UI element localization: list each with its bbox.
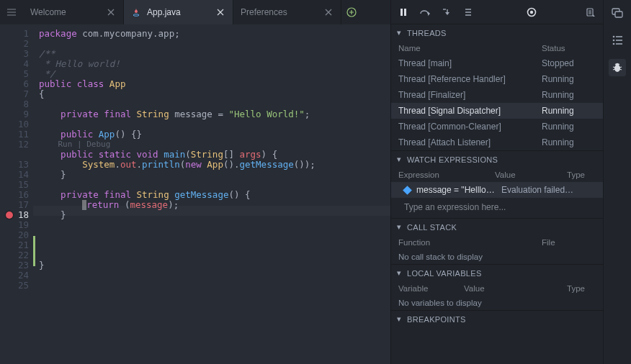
threads-columns: Name Status <box>391 41 603 55</box>
step-out-icon[interactable] <box>462 6 475 19</box>
codelens-run[interactable]: Run <box>58 140 73 149</box>
svg-point-11 <box>613 40 615 42</box>
tab-preferences[interactable]: Preferences <box>233 0 341 24</box>
activity-bar <box>603 0 631 364</box>
watch-expression-row[interactable]: message = "Helllo … Evaluation failed… <box>391 182 603 198</box>
line-gutter: 1234567891011121314151617181920212223242… <box>0 24 33 364</box>
close-icon[interactable] <box>215 7 225 17</box>
list-icon[interactable] <box>609 32 626 49</box>
callstack-columns: Function File <box>391 235 603 250</box>
codelens-debug[interactable]: Debug <box>86 140 110 149</box>
breakpoint-icon[interactable] <box>6 211 13 219</box>
text-cursor <box>82 200 86 210</box>
callstack-header[interactable]: ▾ CALL STACK <box>391 218 603 235</box>
pause-icon[interactable] <box>397 6 410 19</box>
new-tab-button[interactable] <box>341 0 362 24</box>
chat-icon[interactable] <box>609 4 626 22</box>
chevron-down-icon: ▾ <box>395 314 403 324</box>
svg-point-13 <box>613 43 615 45</box>
code-editor[interactable]: 1234567891011121314151617181920212223242… <box>0 24 390 364</box>
thread-row[interactable]: Thread [Signal Dispatcher]Running <box>391 103 603 119</box>
svg-rect-2 <box>400 9 403 16</box>
tab-welcome[interactable]: Welcome <box>23 0 124 24</box>
settings-icon[interactable] <box>584 6 597 19</box>
close-icon[interactable] <box>323 7 334 17</box>
svg-rect-14 <box>616 43 622 45</box>
svg-rect-3 <box>404 9 406 16</box>
tab-label: Welcome <box>30 7 66 17</box>
debug-toolbar <box>391 0 603 24</box>
locals-columns: Variable Value Type <box>391 281 603 296</box>
svg-point-0 <box>133 14 139 17</box>
tab-label: Preferences <box>241 7 287 17</box>
watch-columns: Expression Value Type <box>391 168 603 182</box>
diamond-icon <box>403 186 412 195</box>
step-over-icon[interactable] <box>419 6 431 19</box>
thread-row[interactable]: Thread [Reference Handler]Running <box>391 71 603 87</box>
thread-row[interactable]: Thread [Finalizer]Running <box>391 87 603 103</box>
git-change-indicator <box>33 236 35 266</box>
chevron-down-icon: ▾ <box>395 222 403 232</box>
threads-header[interactable]: ▾ THREADS <box>391 24 603 41</box>
watch-header[interactable]: ▾ WATCH EXPRESSIONS <box>391 150 603 168</box>
tab-bar: Welcome App.java Preferences <box>0 0 390 24</box>
svg-point-5 <box>530 10 533 13</box>
locals-empty: No variables to display <box>391 296 603 310</box>
chevron-down-icon: ▾ <box>395 28 403 37</box>
svg-point-9 <box>613 36 615 38</box>
close-icon[interactable] <box>106 7 116 17</box>
chevron-down-icon: ▾ <box>395 268 403 278</box>
java-file-icon <box>131 7 141 17</box>
chevron-down-icon: ▾ <box>395 155 403 164</box>
tab-label: App.java <box>147 7 181 17</box>
locals-header[interactable]: ▾ LOCAL VARIABLES <box>391 264 603 281</box>
thread-row[interactable]: Thread [Attach Listener]Running <box>391 135 603 150</box>
svg-rect-10 <box>616 36 622 37</box>
step-into-icon[interactable] <box>440 6 453 19</box>
svg-rect-8 <box>615 12 622 17</box>
editor-pane: Welcome App.java Preferences <box>0 0 390 364</box>
bug-icon[interactable] <box>609 59 626 76</box>
breakpoints-header[interactable]: ▾ BREAKPOINTS <box>391 310 603 327</box>
callstack-empty: No call stack to display <box>391 250 603 264</box>
hamburger-menu-icon[interactable] <box>0 0 23 24</box>
thread-row[interactable]: Thread [main]Stopped <box>391 55 603 71</box>
tab-app-java[interactable]: App.java <box>124 0 233 24</box>
debug-panel: ▾ THREADS Name Status Thread [main]Stopp… <box>390 0 603 364</box>
record-icon[interactable] <box>525 6 538 19</box>
thread-row[interactable]: Thread [Common-Cleaner]Running <box>391 119 603 135</box>
watch-input[interactable]: Type an expression here... <box>391 198 603 218</box>
svg-rect-12 <box>616 40 622 41</box>
code-area[interactable]: package com.mycompany.app; /** * Hello w… <box>33 24 390 364</box>
